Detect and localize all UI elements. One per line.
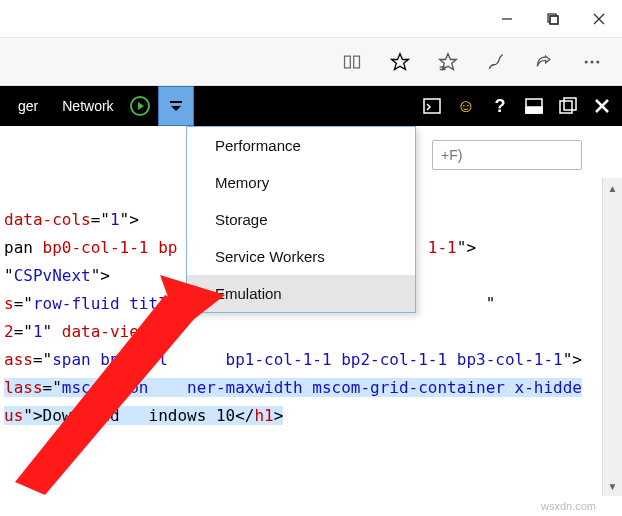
dock-bottom-icon[interactable]	[524, 96, 544, 116]
browser-toolbar	[0, 38, 622, 86]
scroll-down-arrow-icon[interactable]: ▼	[603, 476, 622, 496]
svg-rect-15	[424, 99, 440, 113]
undock-icon[interactable]	[558, 96, 578, 116]
menu-item-storage[interactable]: Storage	[187, 201, 415, 238]
menu-item-memory[interactable]: Memory	[187, 164, 415, 201]
menu-item-service-workers[interactable]: Service Workers	[187, 238, 415, 275]
vertical-scrollbar[interactable]: ▲ ▼	[602, 178, 622, 496]
svg-marker-6	[392, 53, 409, 69]
watermark-text: wsxdn.com	[541, 500, 596, 512]
menu-item-performance[interactable]: Performance	[187, 127, 415, 164]
maximize-button[interactable]	[530, 0, 576, 38]
devtools-tab-network[interactable]: Network	[50, 86, 125, 126]
devtools-more-tabs-button[interactable]	[158, 86, 194, 126]
svg-rect-19	[564, 98, 576, 110]
add-favorites-icon[interactable]	[438, 52, 458, 72]
code-token: data-cols	[4, 210, 91, 229]
reading-view-icon[interactable]	[342, 52, 362, 72]
svg-point-10	[585, 60, 588, 63]
console-pane-icon[interactable]	[422, 96, 442, 116]
svg-rect-13	[170, 101, 182, 103]
feedback-smiley-icon[interactable]: ☺	[456, 96, 476, 116]
help-icon[interactable]: ?	[490, 96, 510, 116]
ink-pen-icon[interactable]	[486, 52, 506, 72]
svg-rect-17	[526, 107, 542, 113]
devtools-tab-truncated[interactable]: ger	[6, 86, 50, 126]
favorite-star-icon[interactable]	[390, 52, 410, 72]
minimize-button[interactable]	[484, 0, 530, 38]
play-icon[interactable]	[130, 96, 150, 116]
svg-point-11	[591, 60, 594, 63]
devtools-toolbar: ger Network ☺ ?	[0, 86, 622, 126]
close-button[interactable]	[576, 0, 622, 38]
svg-rect-2	[550, 16, 558, 24]
window-titlebar	[0, 0, 622, 38]
scroll-up-arrow-icon[interactable]: ▲	[603, 178, 622, 198]
svg-point-12	[596, 60, 599, 63]
svg-marker-14	[171, 106, 181, 111]
devtools-close-icon[interactable]	[592, 96, 612, 116]
menu-item-emulation[interactable]: Emulation	[187, 275, 415, 312]
share-icon[interactable]	[534, 52, 554, 72]
more-icon[interactable]	[582, 52, 602, 72]
svg-rect-18	[560, 101, 572, 113]
find-input[interactable]	[432, 140, 582, 170]
devtools-overflow-menu: Performance Memory Storage Service Worke…	[186, 126, 416, 313]
